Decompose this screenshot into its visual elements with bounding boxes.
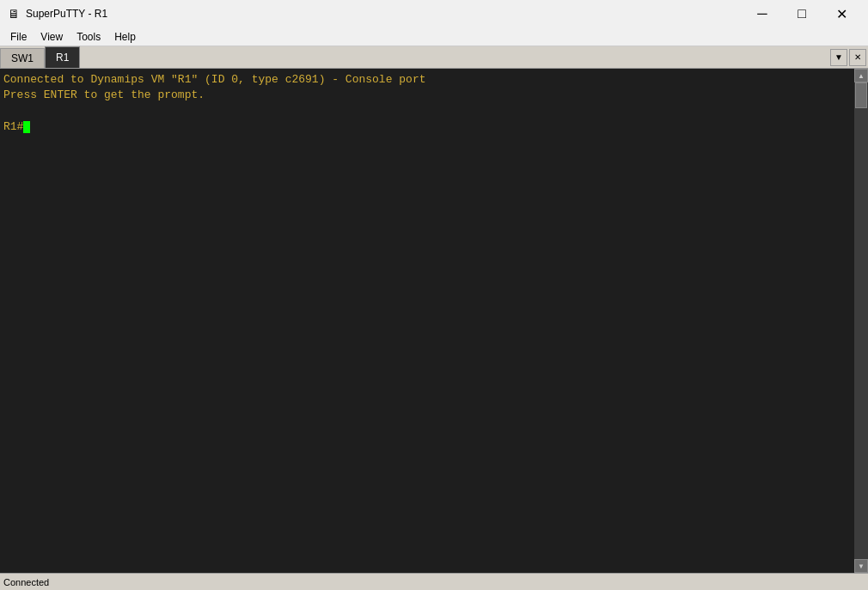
minimize-button[interactable]: ─ bbox=[743, 0, 782, 27]
menu-help[interactable]: Help bbox=[107, 29, 143, 45]
tab-bar: SW1 R1 ▼ ✕ bbox=[0, 46, 868, 69]
terminal-line-3 bbox=[3, 103, 851, 119]
terminal-prompt: R1# bbox=[3, 119, 23, 135]
tab-close-button[interactable]: ✕ bbox=[849, 49, 866, 66]
tab-sw1[interactable]: SW1 bbox=[0, 48, 45, 68]
tab-bar-right: ▼ ✕ bbox=[830, 46, 868, 68]
close-button[interactable]: ✕ bbox=[822, 0, 861, 27]
title-bar-left: 🖥 SuperPuTTY - R1 bbox=[7, 7, 107, 21]
tab-r1[interactable]: R1 bbox=[45, 46, 80, 68]
status-text: Connected bbox=[3, 577, 49, 587]
scrollbar-thumb[interactable] bbox=[855, 82, 867, 108]
scrollbar-down-button[interactable]: ▼ bbox=[854, 559, 868, 573]
status-bar: Connected bbox=[0, 573, 868, 590]
title-bar-controls: ─ □ ✕ bbox=[743, 0, 861, 27]
terminal-line-1: Connected to Dynamips VM "R1" (ID 0, typ… bbox=[3, 72, 851, 88]
title-bar: 🖥 SuperPuTTY - R1 ─ □ ✕ bbox=[0, 0, 868, 27]
app-icon: 🖥 bbox=[7, 7, 21, 21]
tab-dropdown-button[interactable]: ▼ bbox=[830, 49, 847, 66]
menu-tools[interactable]: Tools bbox=[70, 29, 107, 45]
menu-view[interactable]: View bbox=[34, 29, 70, 45]
tab-sw1-label: SW1 bbox=[11, 52, 34, 64]
terminal-cursor bbox=[23, 121, 30, 133]
tab-r1-label: R1 bbox=[56, 52, 69, 64]
maximize-button[interactable]: □ bbox=[782, 0, 822, 27]
terminal-line-2: Press ENTER to get the prompt. bbox=[3, 88, 851, 103]
menu-bar: File View Tools Help bbox=[0, 27, 868, 46]
terminal-wrapper: Connected to Dynamips VM "R1" (ID 0, typ… bbox=[0, 69, 868, 573]
menu-file[interactable]: File bbox=[3, 29, 34, 45]
scrollbar-up-button[interactable]: ▲ bbox=[854, 69, 868, 82]
scrollbar: ▲ ▼ bbox=[854, 69, 868, 573]
terminal-prompt-line: R1# bbox=[3, 119, 851, 135]
scrollbar-track[interactable] bbox=[854, 82, 868, 559]
title-bar-text: SuperPuTTY - R1 bbox=[26, 8, 107, 20]
terminal-content[interactable]: Connected to Dynamips VM "R1" (ID 0, typ… bbox=[0, 69, 854, 573]
